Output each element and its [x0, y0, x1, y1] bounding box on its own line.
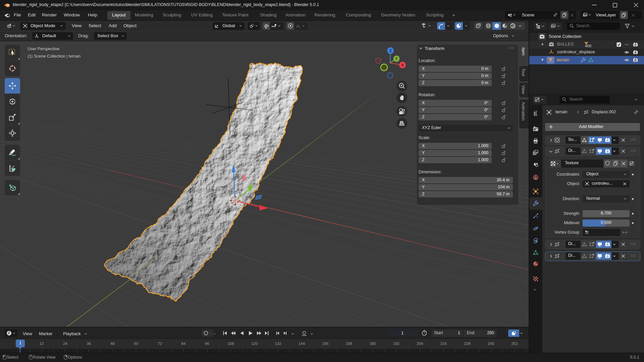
svg-text:X: X [401, 63, 404, 67]
svg-text:Z: Z [389, 49, 392, 53]
svg-text:Y: Y [395, 57, 398, 61]
